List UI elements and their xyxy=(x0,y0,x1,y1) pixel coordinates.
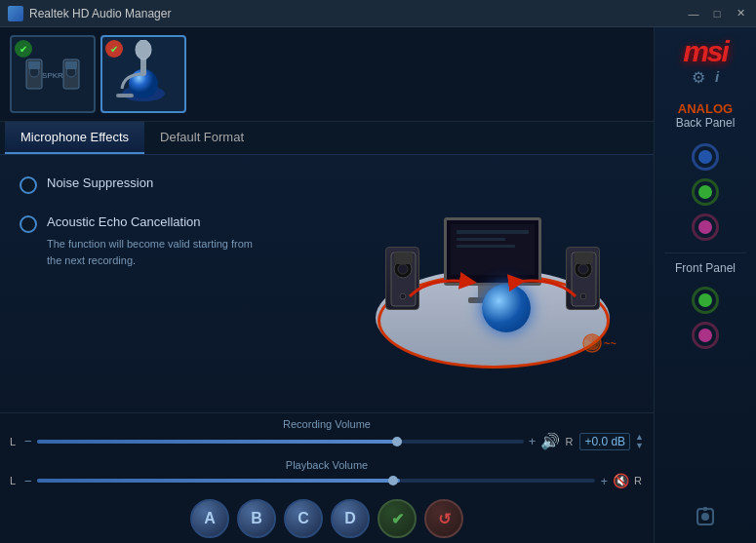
svg-rect-26 xyxy=(457,245,515,248)
titlebar: Realtek HD Audio Manager — □ ✕ xyxy=(0,0,756,27)
connector-front-pink[interactable] xyxy=(692,322,719,349)
playback-vol-r: R xyxy=(634,475,644,486)
noise-suppression-label: Noise Suppression xyxy=(47,175,153,192)
microphone-icon xyxy=(114,40,173,108)
recording-vol-thumb[interactable] xyxy=(392,437,402,446)
recording-vol-db: +0.0 dB xyxy=(579,433,630,450)
recording-vol-db-stepper[interactable]: ▲ ▼ xyxy=(635,433,644,450)
playback-vol-fill xyxy=(37,479,400,483)
connector-front-pink-inner xyxy=(698,329,712,342)
connector-green-inner xyxy=(698,185,712,199)
bottom-action-buttons: A B C D ✔ ↺ xyxy=(10,499,644,538)
acoustic-echo-radio[interactable] xyxy=(20,215,37,233)
connector-front-green[interactable] xyxy=(692,287,719,314)
settings-icon[interactable]: ⚙ xyxy=(692,68,705,87)
acoustic-echo-sublabel: The function will become valid starting … xyxy=(47,236,253,268)
effects-tabs-bar: Microphone Effects Default Format xyxy=(0,122,654,155)
noise-suppression-radio[interactable] xyxy=(20,176,37,194)
back-panel-label: Back Panel xyxy=(676,116,736,130)
svg-point-30 xyxy=(701,513,709,521)
svg-rect-24 xyxy=(457,230,529,234)
minimize-button[interactable]: — xyxy=(686,7,701,20)
recording-vol-r: R xyxy=(565,436,575,447)
reset-button[interactable]: ↺ xyxy=(424,499,463,538)
playback-volume-label: Playback Volume xyxy=(10,459,644,471)
titlebar-title: Realtek HD Audio Manager xyxy=(29,7,171,20)
playback-vol-minus[interactable]: − xyxy=(24,474,32,488)
device-tabs-row: ✔ SPKR ✔ xyxy=(0,27,654,122)
speakers-icon: SPKR xyxy=(23,45,82,103)
svg-rect-2 xyxy=(28,61,40,69)
recording-volume-label: Recording Volume xyxy=(10,418,644,430)
bottom-bar: Recording Volume L − + 🔊 R +0.0 dB xyxy=(0,412,654,543)
noise-suppression-option: Noise Suppression xyxy=(20,175,312,194)
svg-rect-5 xyxy=(65,61,77,69)
acoustic-echo-label: Acoustic Echo Cancellation xyxy=(47,213,253,231)
app-icon xyxy=(8,6,23,21)
recording-vol-fill xyxy=(37,440,402,444)
svg-point-10 xyxy=(136,40,151,59)
playback-vol-mute-icon[interactable]: 🔇 xyxy=(613,473,629,488)
tab-microphone-effects[interactable]: Microphone Effects xyxy=(5,122,144,154)
confirm-button[interactable]: ✔ xyxy=(378,499,417,538)
recording-vol-db-down[interactable]: ▼ xyxy=(635,442,644,450)
close-button[interactable]: ✕ xyxy=(733,7,748,20)
connector-blue-inner xyxy=(698,150,712,164)
viz-arrows-overlay xyxy=(371,267,615,326)
eq-preset-D-button[interactable]: D xyxy=(331,499,370,538)
svg-text:~~: ~~ xyxy=(604,337,617,349)
recording-vol-l: L xyxy=(10,436,20,447)
recording-vol-plus[interactable]: + xyxy=(529,434,537,448)
connector-blue[interactable] xyxy=(692,143,719,171)
device-tab-microphone[interactable]: ✔ xyxy=(100,35,186,113)
recording-volume-row: L − + 🔊 R +0.0 dB ▲ ▼ xyxy=(10,432,644,450)
effects-panel: Microphone Effects Default Format Noise … xyxy=(0,122,654,543)
maximize-button[interactable]: □ xyxy=(709,7,725,20)
connector-pink-inner xyxy=(698,220,712,234)
device-tab-speakers[interactable]: ✔ SPKR xyxy=(10,35,96,113)
connector-front-green-inner xyxy=(698,293,712,307)
sidebar-config-icons: ⚙ i xyxy=(692,68,719,87)
eq-preset-A-button[interactable]: A xyxy=(190,499,229,538)
svg-rect-31 xyxy=(703,507,707,511)
msi-logo: msi xyxy=(683,35,728,68)
svg-rect-11 xyxy=(116,94,134,97)
svg-rect-20 xyxy=(575,252,593,264)
recording-vol-speaker-icon[interactable]: 🔊 xyxy=(540,432,560,450)
acoustic-echo-option: Acoustic Echo Cancellation The function … xyxy=(20,213,312,268)
connector-pink[interactable] xyxy=(692,213,719,241)
analog-label: ANALOG xyxy=(678,101,733,116)
eq-preset-C-button[interactable]: C xyxy=(284,499,323,538)
recording-vol-minus[interactable]: − xyxy=(24,434,32,448)
sidebar-bottom-icon[interactable] xyxy=(695,506,716,530)
sidebar-divider xyxy=(664,252,745,253)
tab-default-format[interactable]: Default Format xyxy=(144,122,259,154)
effects-visualization: ~~ xyxy=(332,155,654,412)
microphone-check-badge: ✔ xyxy=(105,40,123,58)
window-controls: — □ ✕ xyxy=(686,7,748,20)
info-icon[interactable]: i xyxy=(715,68,719,87)
playback-volume-row: L − + 🔇 R xyxy=(10,473,644,488)
speakers-check-badge: ✔ xyxy=(15,40,32,58)
playback-vol-thumb[interactable] xyxy=(388,476,398,485)
playback-vol-l: L xyxy=(10,475,20,486)
playback-vol-plus[interactable]: + xyxy=(600,474,608,488)
svg-text:SPKR: SPKR xyxy=(42,71,63,80)
main-container: ✔ SPKR ✔ xyxy=(0,27,756,543)
svg-rect-15 xyxy=(394,252,413,264)
recording-vol-slider[interactable] xyxy=(37,440,524,444)
playback-vol-slider[interactable] xyxy=(37,479,596,483)
effects-options: Noise Suppression Acoustic Echo Cancella… xyxy=(0,155,332,412)
viz-container: ~~ xyxy=(356,172,629,396)
effects-content: Noise Suppression Acoustic Echo Cancella… xyxy=(0,155,654,412)
sidebar: msi ⚙ i ANALOG Back Panel Front Panel xyxy=(654,27,756,543)
content-area: ✔ SPKR ✔ xyxy=(0,27,654,543)
eq-preset-B-button[interactable]: B xyxy=(237,499,276,538)
connector-green[interactable] xyxy=(692,178,719,206)
svg-rect-25 xyxy=(457,238,505,241)
viz-brand-icon: ~~ xyxy=(580,332,624,354)
viz-brand-watermark: ~~ xyxy=(580,332,624,359)
sidebar-bottom-svg-icon xyxy=(695,506,716,527)
front-panel-label: Front Panel xyxy=(675,261,736,275)
